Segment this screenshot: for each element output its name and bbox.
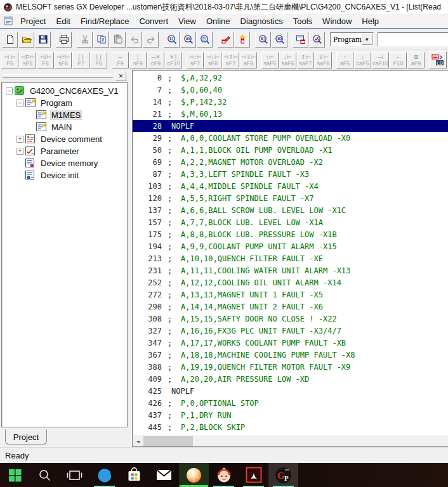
menu-window[interactable]: Window	[317, 15, 357, 27]
tree-item-program[interactable]: −Program	[2, 97, 127, 109]
list-row-step-28[interactable]: 28NOPLF	[133, 120, 448, 132]
menu-help[interactable]: Help	[357, 15, 384, 27]
orange-ball-app[interactable]	[179, 463, 209, 487]
list-row-step-213[interactable]: 213;A,10,10,QUENCH FILTER FAULT -XE	[133, 252, 448, 264]
collapse-icon[interactable]: −	[16, 100, 23, 107]
instruction-list[interactable]: 0;$,A,32,927;$,O,60,4014;$,P,142,3221;$,…	[132, 70, 448, 447]
ladder-symbol-f6-button[interactable]: ⊣/⊢F6	[37, 52, 54, 68]
combo-dropdown-arrow-icon[interactable]: ▼	[362, 34, 372, 45]
redo-button[interactable]	[143, 32, 159, 48]
list-row-step-194[interactable]: 194;A,9,9,COOLANT PUMP UNIT ALARM -X15	[133, 240, 448, 252]
expand-icon[interactable]: +	[16, 136, 23, 143]
ladder-mode-toggle-button[interactable]: LD	[429, 51, 447, 68]
find-input[interactable]	[378, 32, 448, 46]
list-row-step-157[interactable]: 157;A,7,7,BLOCK LUB. LEVEL LOW -X1A	[133, 216, 448, 228]
list-row-step-231[interactable]: 231;A,11,11,COOLING WATER UNIT ALARM -X1…	[133, 264, 448, 276]
tree-item-device-init[interactable]: Device init	[2, 169, 127, 181]
tree-item-device-memory[interactable]: Device memory	[2, 157, 127, 169]
menu-diagnostics[interactable]: Diagnostics	[235, 15, 288, 27]
ladder-symbol-sf7-button[interactable]: ⊣↑⊢sF7	[187, 52, 204, 68]
ladder-symbol-af7-button[interactable]: ⊣⇑⊢aF7	[222, 52, 239, 68]
list-row-step-69[interactable]: 69;A,2,2,MAGNET MOTOR OVERLOAD -X2	[133, 156, 448, 168]
ladder-symbol-f8-button[interactable]: { }F8	[90, 52, 107, 68]
find-contact-button[interactable]	[255, 32, 271, 48]
list-row-step-409[interactable]: 409;A,20,20,AIR PRESSURE LOW -XD	[133, 373, 448, 385]
find-device-button[interactable]	[164, 32, 180, 48]
search-button[interactable]	[30, 463, 60, 487]
list-row-step-137[interactable]: 137;A,6,6,BALL SCROW LUB. LEVEL LOW -X1C	[133, 204, 448, 216]
project-tab[interactable]: Project	[5, 429, 47, 445]
ladder-symbol-f10-button[interactable]: ⌐F10	[390, 52, 407, 68]
device-batch-button[interactable]	[234, 32, 250, 48]
tree-item-device-comment[interactable]: +Device comment	[2, 133, 127, 145]
horizontal-scrollbar[interactable]: ◄	[133, 436, 448, 446]
find-string-button[interactable]: AB12	[197, 32, 213, 48]
list-row-step-103[interactable]: 103;A,4,4,MIDDLE SPINDLE FAULT -X4	[133, 180, 448, 192]
acrobat-app[interactable]	[239, 463, 268, 487]
undo-button[interactable]	[126, 32, 142, 48]
list-row-step-272[interactable]: 272;A,13,13,MAGNET UNIT 1 FAULT -X5	[133, 289, 448, 301]
ladder-symbol-af8-button[interactable]: ⊣⇓⊢aF8	[240, 52, 257, 68]
edge-app[interactable]	[89, 463, 119, 487]
ladder-symbol-caf5-button[interactable]: ↓caF5	[354, 52, 371, 68]
device-test-button[interactable]	[218, 32, 234, 48]
menu-online[interactable]: Online	[201, 15, 235, 27]
tree-item-parameter[interactable]: +Parameter	[2, 145, 127, 157]
list-row-step-252[interactable]: 252;A,12,12,COOLING OIL UNIT ALARM -X14	[133, 276, 448, 289]
program-mode-select[interactable]: Program ▼	[330, 32, 374, 46]
list-row-step-290[interactable]: 290;A,14,14,MAGNET UNIT 2 FAULT -X6	[133, 301, 448, 313]
ladder-symbol-sf9-button[interactable]: │sF9	[129, 52, 147, 68]
find-coil-button[interactable]	[272, 32, 287, 48]
menu-project[interactable]: Project	[15, 15, 51, 27]
scroll-left-button[interactable]: ◄	[133, 436, 143, 446]
task-view-button[interactable]	[60, 463, 89, 487]
list-row-step-21[interactable]: 21;$,M,60,13	[133, 108, 448, 120]
tree-item-m1mes[interactable]: M1MES	[2, 109, 127, 121]
menu-find-replace[interactable]: Find/Replace	[76, 15, 135, 27]
child-window-icon[interactable]	[4, 16, 13, 25]
list-row-step-50[interactable]: 50;A,1,1,BLOCK OIL PUMP OVERLOAD -X1	[133, 144, 448, 156]
menu-convert[interactable]: Convert	[134, 15, 173, 27]
list-row-step-120[interactable]: 120;A,5,5,RIGHT SPINDLE FAULT -X7	[133, 192, 448, 204]
open-button[interactable]	[18, 32, 34, 48]
ladder-symbol-saf5-button[interactable]: ↑⊢saF5	[261, 52, 279, 68]
list-row-step-388[interactable]: 388;A,19,19,QUENCH FILTER MOTOR FAULT -X…	[133, 361, 448, 373]
start-button[interactable]	[0, 463, 30, 487]
avatar-app[interactable]	[209, 463, 239, 487]
ladder-symbol-cf10-button[interactable]: ✕│cF10	[165, 52, 182, 68]
scrollbar-thumb[interactable]	[143, 436, 193, 446]
list-row-step-327[interactable]: 327;A,16,16,FX3G PLC UNIT FAULT -X3/4/7	[133, 325, 448, 337]
ladder-symbol-af9-button[interactable]: ⊠aF9	[407, 52, 425, 68]
ladder-symbol-sf6-button[interactable]: ⊣⌿⊢sF6	[55, 52, 72, 68]
ladder-symbol-cf9-button[interactable]: ─✕cF9	[147, 52, 164, 68]
gx-developer-app[interactable]: GP	[268, 463, 298, 487]
list-row-step-347[interactable]: 347;A,17,17,WORKS COOLANT PUMP FAULT -XB	[133, 337, 448, 349]
expand-icon[interactable]: +	[16, 148, 23, 155]
tree-item-main[interactable]: MAIN	[2, 121, 127, 133]
list-row-step-29[interactable]: 29;A,0,0,COOLANT STORE PUMP OVERLOAD -X0	[133, 132, 448, 144]
window-switch-button[interactable]	[293, 32, 308, 48]
new-button[interactable]	[2, 32, 18, 48]
list-row-step-445[interactable]: 445;P,2,BLOCK SKIP	[133, 421, 448, 433]
list-row-step-367[interactable]: 367;A,18,18,MACHINE COOLING PUMP FAULT -…	[133, 349, 448, 361]
list-row-step-0[interactable]: 0;$,A,32,92	[133, 72, 448, 84]
list-row-step-426[interactable]: 426;P,0,OPTIONAL STOP	[133, 397, 448, 409]
list-row-step-7[interactable]: 7;$,O,60,40	[133, 84, 448, 96]
menu-edit[interactable]: Edit	[51, 15, 75, 27]
list-row-step-175[interactable]: 175;A,8,8,BLOCK LUB. PRESSURE LOW -X1B	[133, 228, 448, 240]
save-button[interactable]	[35, 32, 51, 48]
paste-button[interactable]	[110, 32, 126, 48]
copy-button[interactable]	[93, 32, 109, 48]
panel-grip[interactable]: ✕	[1, 70, 128, 82]
list-row-step-308[interactable]: 308;A,15,15,SAFTY DOOR NO CLOSE ! -X22	[133, 313, 448, 325]
ladder-symbol-f5-button[interactable]: ⊣ ⊢F5	[1, 52, 18, 68]
find-instruction-button[interactable]	[180, 32, 196, 48]
tree-item-g4200-cnc6axes-v1[interactable]: −G4200_CNC6AXES_V1	[2, 85, 127, 97]
cut-button[interactable]	[77, 32, 93, 48]
ladder-symbol-af5-button[interactable]: ↑aF5	[336, 52, 353, 68]
print-button[interactable]	[56, 32, 72, 48]
ladder-symbol-saf7-button[interactable]: ⇑⊢saF7	[297, 52, 314, 68]
menu-view[interactable]: View	[173, 15, 201, 27]
list-row-step-87[interactable]: 87;A,3,3,LEFT SPINDLE FAULT -X3	[133, 168, 448, 180]
mail-app[interactable]	[149, 463, 179, 487]
